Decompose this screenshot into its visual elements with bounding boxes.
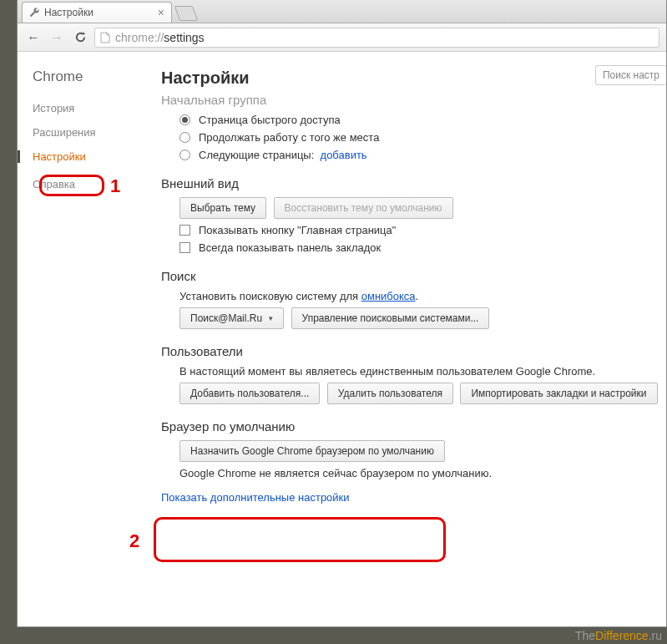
reload-icon [74, 31, 87, 43]
watermark: TheDifference.ru [575, 629, 662, 642]
show-bookmarks-checkbox[interactable]: Всегда показывать панель закладок [179, 241, 666, 254]
radio-icon [179, 114, 190, 125]
url-prefix: chrome:// [115, 31, 164, 44]
show-home-checkbox[interactable]: Показывать кнопку "Главная страница" [179, 224, 666, 236]
section-users-title: Пользователи [161, 344, 666, 358]
main-panel: Поиск настр Настройки Начальная группа С… [143, 52, 666, 626]
section-startup-title: Начальная группа [161, 93, 666, 107]
reset-theme-button: Восстановить тему по умолчанию [274, 197, 453, 219]
back-button[interactable]: ← [24, 28, 43, 47]
page-title: Настройки [161, 68, 666, 88]
sidebar: Chrome История Расширения Настройки Спра… [18, 52, 143, 626]
search-desc: Установить поисковую систему для омнибок… [179, 290, 666, 302]
address-bar[interactable]: chrome://settings [94, 28, 659, 48]
sidebar-item-history[interactable]: История [33, 102, 143, 114]
checkbox-icon [179, 242, 190, 253]
startup-opt-pages[interactable]: Следующие страницы: добавить [179, 149, 666, 161]
radio-icon [179, 132, 190, 143]
brand-title: Chrome [33, 68, 143, 85]
add-pages-link[interactable]: добавить [321, 149, 367, 161]
url-path: settings [164, 31, 204, 44]
choose-theme-button[interactable]: Выбрать тему [179, 197, 266, 219]
default-browser-status: Google Chrome не является сейчас браузер… [179, 467, 666, 479]
reload-button[interactable] [71, 28, 89, 47]
search-engine-select[interactable]: Поиск@Mail.Ru [179, 307, 284, 329]
close-icon[interactable]: × [158, 6, 164, 19]
page-icon [100, 32, 110, 43]
tab-title: Настройки [44, 7, 93, 18]
startup-opt-newtab[interactable]: Страница быстрого доступа [179, 114, 666, 126]
show-advanced-link[interactable]: Показать дополнительные настройки [161, 491, 350, 504]
set-default-browser-button[interactable]: Назначить Google Chrome браузером по умо… [179, 440, 445, 462]
sidebar-item-extensions[interactable]: Расширения [33, 126, 143, 139]
wrench-icon [29, 8, 39, 18]
sidebar-item-settings[interactable]: Настройки [18, 150, 143, 163]
browser-window: Настройки × ← → chrome://settings Chrome… [17, 0, 667, 627]
section-default-browser-title: Браузер по умолчанию [161, 419, 666, 434]
startup-opt-continue[interactable]: Продолжать работу с того же места [179, 131, 666, 144]
tab-settings[interactable]: Настройки × [22, 2, 172, 23]
radio-icon [179, 150, 190, 160]
import-bookmarks-button[interactable]: Импортировать закладки и настройки [460, 383, 657, 404]
section-appearance-title: Внешний вид [161, 176, 666, 190]
forward-button[interactable]: → [48, 28, 66, 47]
tab-bar: Настройки × [18, 0, 666, 23]
users-desc: В настоящий момент вы являетесь единстве… [179, 365, 666, 378]
content-area: Chrome История Расширения Настройки Спра… [18, 52, 666, 626]
add-user-button[interactable]: Добавить пользователя... [179, 383, 320, 404]
sidebar-item-help[interactable]: Справка [33, 178, 143, 190]
omnibox-link[interactable]: омнибокса [361, 290, 416, 302]
manage-search-engines-button[interactable]: Управление поисковыми системами... [291, 307, 490, 329]
settings-search-input[interactable]: Поиск настр [595, 65, 666, 85]
new-tab-button[interactable] [174, 6, 199, 21]
delete-user-button[interactable]: Удалить пользователя [327, 383, 453, 404]
section-search-title: Поиск [161, 269, 666, 283]
toolbar: ← → chrome://settings [18, 23, 666, 52]
checkbox-icon [179, 225, 190, 236]
